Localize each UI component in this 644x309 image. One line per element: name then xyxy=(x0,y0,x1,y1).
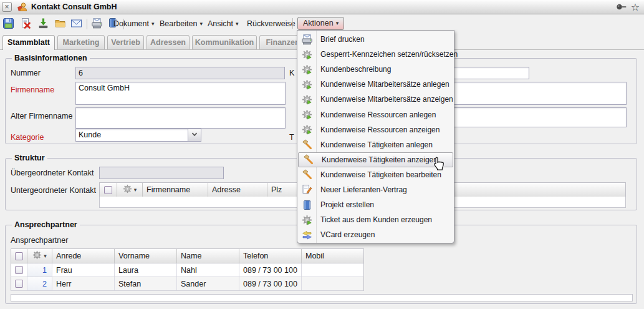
column-header[interactable]: Telefon xyxy=(239,249,302,263)
chevron-down-icon: ▾ xyxy=(336,20,339,26)
checkbox[interactable] xyxy=(104,186,112,194)
contact-detail-window: × Kontakt Consult GmbH ☆ Dokument▾ Bearb… xyxy=(0,0,644,309)
toolbar-separator xyxy=(292,18,293,29)
row-number-link[interactable]: 1 xyxy=(27,263,52,277)
gear-run-icon xyxy=(297,124,316,135)
menu-item-mitarbeitersaetze-anzeigen[interactable]: Kundenweise Mitarbeitersätze anzeigen xyxy=(297,92,454,107)
pin-icon[interactable] xyxy=(616,3,627,13)
gear-run-icon xyxy=(297,79,316,90)
column-header[interactable]: Firmenname xyxy=(143,183,208,197)
column-header[interactable]: Name xyxy=(177,249,239,263)
gear-icon xyxy=(123,184,132,195)
chevron-down-icon: ▾ xyxy=(134,187,137,193)
aktionen-dropdown-menu: Brief drucken Gesperrt-Kennzeichen setze… xyxy=(297,30,454,243)
menu-item-ressourcen-anzeigen[interactable]: Kundenweise Ressourcen anzeigen xyxy=(297,122,454,137)
menu-item-label: Kundenweise Tätigkeiten anzeigen xyxy=(322,155,438,164)
toolbar-separator xyxy=(87,19,87,29)
open-folder-button[interactable] xyxy=(54,17,67,30)
ansprechpartner-empty-row xyxy=(11,294,633,302)
column-header[interactable]: Anrede xyxy=(52,249,115,263)
menu-item-vcard-erzeugen[interactable]: VCard erzeugen xyxy=(297,227,454,242)
checkbox[interactable] xyxy=(15,252,23,260)
gear-run-icon xyxy=(297,49,316,60)
kategorie-dropdown-button[interactable] xyxy=(188,129,201,141)
firmenname-label: Firmenname xyxy=(11,86,54,94)
column-header[interactable]: Adresse xyxy=(208,183,267,197)
cell-vorname: Laura xyxy=(115,263,177,277)
menu-aktionen[interactable]: Aktionen▾ xyxy=(297,17,344,30)
menu-item-gesperrt-kennzeichen[interactable]: Gesperrt-Kennzeichen setzen/rücksetzen xyxy=(297,47,454,62)
tab-kommunikation[interactable]: Kommunikation xyxy=(192,35,257,49)
menu-item-ticket-erzeugen[interactable]: Ticket aus dem Kunden erzeugen xyxy=(297,212,454,227)
menu-item-brief-drucken[interactable]: Brief drucken xyxy=(297,32,454,47)
close-button[interactable]: × xyxy=(2,2,12,12)
kategorie-label: Kategorie xyxy=(11,133,44,142)
cell-vorname: Stefan xyxy=(115,277,177,290)
gear-run-icon xyxy=(297,215,316,225)
column-header[interactable]: Mobil xyxy=(302,249,363,263)
section-title: Ansprechpartner xyxy=(12,220,80,229)
section-title: Basisinformationen xyxy=(12,54,90,62)
delete-document-button[interactable] xyxy=(20,17,32,30)
tab-adressen[interactable]: Adressen xyxy=(147,35,190,49)
print-letter-button[interactable] xyxy=(91,17,103,30)
menu-item-taetigkeiten-anlegen[interactable]: Kundenweise Tätigkeiten anlegen xyxy=(297,137,454,152)
row-number-link[interactable]: 2 xyxy=(27,277,52,290)
document-edit-icon xyxy=(297,184,316,195)
menu-item-label: Kundenweise Ressourcen anlegen xyxy=(320,110,436,119)
cell-mobil xyxy=(302,277,363,290)
menu-item-lieferanten-vertrag[interactable]: Neuer Lieferanten-Vertrag xyxy=(297,182,454,197)
transfer-arrows-icon xyxy=(297,230,316,240)
cell-telefon: 089 / 73 00 100 xyxy=(239,263,302,277)
contact-app-icon xyxy=(17,2,27,12)
kategorie-select[interactable]: Kunde xyxy=(75,129,201,142)
nummer-label: Nummer xyxy=(11,69,41,77)
tab-stammblatt[interactable]: Stammblatt xyxy=(2,35,55,50)
save-button[interactable] xyxy=(2,17,15,30)
gear-menu-cell[interactable]: ▾ xyxy=(27,249,52,263)
hand-cursor-icon xyxy=(433,157,445,172)
gear-run-icon xyxy=(297,94,316,105)
menu-item-label: Neuer Lieferanten-Vertrag xyxy=(320,185,407,194)
menu-ansicht[interactable]: Ansicht▾ xyxy=(208,15,239,32)
menu-bearbeiten[interactable]: Bearbeiten▾ xyxy=(160,15,203,32)
ansprechpartner-list-label: Ansprechpartner xyxy=(11,236,68,245)
menu-dokument[interactable]: Dokument▾ xyxy=(113,15,155,32)
cell-anrede: Herr xyxy=(52,277,115,290)
firmenname-field[interactable]: Consult GmbH xyxy=(75,82,286,105)
chevron-down-icon: ▾ xyxy=(199,21,203,27)
menu-item-label: Brief drucken xyxy=(320,35,365,44)
untergeordneter-kontakt-label: Untergeordneter Kontakt xyxy=(11,186,96,195)
row-checkbox-cell[interactable] xyxy=(11,277,27,290)
star-icon[interactable]: ☆ xyxy=(631,1,640,14)
checkbox[interactable] xyxy=(15,280,23,288)
menu-item-projekt-erstellen[interactable]: Projekt erstellen xyxy=(297,197,454,212)
menu-item-label: Kundenbeschreibung xyxy=(320,65,391,74)
hammer-icon xyxy=(297,169,316,180)
window-title: Kontakt Consult GmbH xyxy=(31,0,117,14)
menu-item-mitarbeitersaetze-anlegen[interactable]: Kundenweise Mitarbeitersätze anlegen xyxy=(297,77,454,92)
cell-name: Sander xyxy=(177,277,239,290)
menu-item-label: Kundenweise Ressourcen anzeigen xyxy=(320,125,440,134)
email-button[interactable] xyxy=(70,17,83,30)
close-icon: × xyxy=(4,2,9,11)
checkbox[interactable] xyxy=(15,266,23,274)
tab-marketing[interactable]: Marketing xyxy=(57,35,105,49)
select-all-checkbox-cell[interactable] xyxy=(100,183,117,197)
row-checkbox-cell[interactable] xyxy=(11,263,27,277)
tab-vertrieb[interactable]: Vertrieb xyxy=(107,35,144,49)
gear-run-icon xyxy=(297,109,316,120)
menu-item-kundenbeschreibung[interactable]: Kundenbeschreibung xyxy=(297,62,454,77)
menu-item-label: Projekt erstellen xyxy=(320,200,374,209)
menu-item-label: Kundenweise Mitarbeitersätze anzeigen xyxy=(320,95,453,104)
gear-menu-cell[interactable]: ▾ xyxy=(117,183,143,197)
select-all-checkbox-cell[interactable] xyxy=(11,249,27,263)
ansprechpartner-table-header: ▾ Anrede Vorname Name Telefon Mobil xyxy=(11,248,364,263)
column-header[interactable]: Vorname xyxy=(115,249,177,263)
alter-firmenname-field[interactable] xyxy=(75,107,286,129)
menu-item-ressourcen-anlegen[interactable]: Kundenweise Ressourcen anlegen xyxy=(297,107,454,122)
menu-item-taetigkeiten-anzeigen[interactable]: Kundenweise Tätigkeiten anzeigen xyxy=(298,152,453,167)
uebergeordneter-kontakt-label: Übergeordneter Kontakt xyxy=(11,169,94,177)
import-button[interactable] xyxy=(37,17,50,30)
menu-item-taetigkeiten-bearbeiten[interactable]: Kundenweise Tätigkeiten bearbeiten xyxy=(297,167,454,182)
